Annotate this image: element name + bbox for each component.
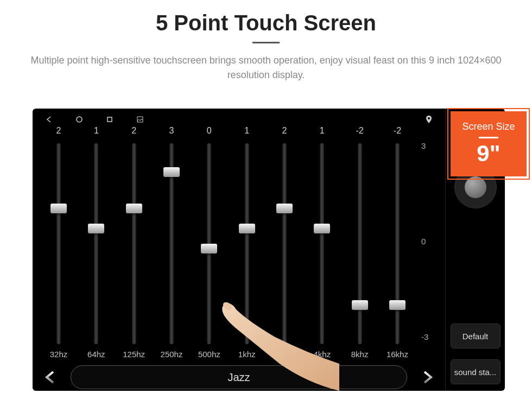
eq-band-5: 11khz (231, 126, 263, 359)
eq-slider[interactable] (395, 143, 400, 344)
eq-band-value: 2 (56, 126, 61, 139)
eq-band-8: -28khz (344, 126, 376, 359)
eq-band-7: 14khz (306, 126, 338, 359)
eq-band-freq: 1khz (238, 350, 256, 359)
title-divider (252, 42, 280, 43)
sound-stage-label: sound sta... (454, 367, 497, 377)
eq-band-3: 3250hz (155, 126, 188, 359)
back-icon[interactable] (45, 115, 53, 124)
eq-scale: 3 0 -3 (417, 126, 439, 359)
preset-prev-button[interactable] (39, 366, 61, 388)
eq-band-value: 1 (320, 126, 325, 139)
eq-slider[interactable] (207, 143, 211, 344)
eq-sliders: 232hz164hz2125hz3250hz0500hz11khz22khz14… (39, 126, 417, 359)
svg-rect-1 (107, 117, 112, 122)
page-subtitle: Multiple point high-sensitive touchscree… (22, 53, 510, 83)
eq-slider[interactable] (132, 143, 136, 344)
svg-point-0 (77, 117, 82, 122)
eq-band-value: -2 (356, 126, 364, 139)
eq-slider[interactable] (94, 143, 98, 344)
svg-point-3 (428, 117, 430, 119)
eq-band-freq: 2khz (276, 350, 293, 359)
eq-band-value: -2 (394, 126, 401, 139)
eq-band-value: 2 (131, 126, 136, 139)
eq-band-2: 2125hz (118, 126, 150, 359)
eq-slider-thumb[interactable] (88, 224, 104, 233)
badge-value: 9" (477, 141, 500, 167)
default-button[interactable]: Default (451, 324, 501, 348)
preset-row: Jazz (39, 365, 439, 389)
home-icon[interactable] (75, 115, 84, 124)
screen-size-badge: Screen Size 9" (451, 111, 527, 176)
recent-apps-icon[interactable] (105, 115, 114, 124)
preset-next-button[interactable] (417, 366, 439, 388)
eq-band-freq: 500hz (198, 350, 220, 359)
preset-name-label: Jazz (227, 371, 250, 384)
eq-slider-thumb[interactable] (239, 224, 255, 233)
equalizer-area: 232hz164hz2125hz3250hz0500hz11khz22khz14… (39, 126, 439, 359)
eq-slider-thumb[interactable] (163, 167, 180, 177)
default-button-label: Default (463, 332, 489, 341)
eq-slider-thumb[interactable] (201, 244, 217, 253)
preset-name-button[interactable]: Jazz (71, 365, 407, 389)
eq-band-value: 1 (244, 126, 249, 139)
android-navbar (39, 113, 439, 126)
eq-slider-thumb[interactable] (314, 224, 330, 233)
eq-band-value: 1 (94, 126, 99, 139)
eq-band-freq: 4khz (313, 350, 331, 359)
balance-knob (465, 176, 486, 198)
sound-stage-button[interactable]: sound sta... (451, 359, 501, 384)
eq-slider[interactable] (56, 143, 61, 344)
eq-band-value: 3 (169, 126, 174, 139)
badge-divider (479, 137, 498, 138)
eq-band-1: 164hz (80, 126, 112, 359)
eq-band-freq: 125hz (123, 350, 145, 359)
scale-max: 3 (421, 141, 439, 150)
scale-min: -3 (421, 332, 439, 341)
eq-band-9: -216khz (381, 126, 414, 359)
page-header: 5 Point Touch Screen Multiple point high… (0, 0, 532, 88)
eq-band-6: 22khz (268, 126, 301, 359)
eq-band-freq: 64hz (87, 350, 105, 359)
gallery-icon[interactable] (136, 115, 144, 124)
eq-slider-thumb[interactable] (389, 300, 406, 310)
eq-slider[interactable] (282, 143, 287, 344)
eq-slider-thumb[interactable] (352, 300, 368, 310)
eq-band-freq: 32hz (50, 350, 68, 359)
badge-label: Screen Size (462, 121, 515, 132)
eq-slider-thumb[interactable] (126, 204, 142, 213)
eq-band-0: 232hz (42, 126, 75, 359)
eq-slider[interactable] (320, 143, 324, 344)
eq-slider[interactable] (358, 143, 362, 344)
eq-band-freq: 16khz (387, 350, 408, 359)
eq-slider[interactable] (245, 143, 249, 344)
eq-band-value: 0 (207, 126, 212, 139)
page-title: 5 Point Touch Screen (22, 11, 510, 35)
scale-mid: 0 (421, 237, 439, 246)
device-screen: 232hz164hz2125hz3250hz0500hz11khz22khz14… (33, 109, 505, 391)
eq-slider-thumb[interactable] (50, 204, 67, 213)
eq-slider-thumb[interactable] (276, 204, 293, 213)
eq-band-value: 2 (282, 126, 287, 139)
eq-band-freq: 8khz (351, 350, 369, 359)
eq-slider[interactable] (169, 143, 174, 344)
eq-band-4: 0500hz (193, 126, 225, 359)
location-icon[interactable] (425, 115, 433, 124)
eq-band-freq: 250hz (161, 350, 183, 359)
equalizer-panel: 232hz164hz2125hz3250hz0500hz11khz22khz14… (33, 109, 445, 391)
